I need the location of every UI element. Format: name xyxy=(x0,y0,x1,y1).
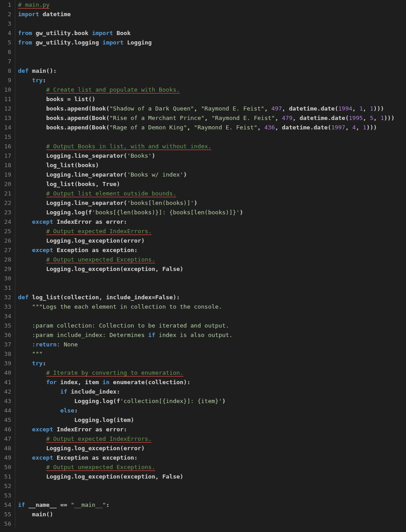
line-number: 48 xyxy=(2,443,11,453)
code-line[interactable]: books.append(Book("Shadow of a Dark Quee… xyxy=(18,104,395,113)
code-line[interactable]: Logging.line_separator('Books') xyxy=(18,151,395,160)
code-line[interactable]: Logging.log(item) xyxy=(18,415,395,425)
code-line[interactable]: except IndexError as error: xyxy=(18,217,395,226)
line-number: 39 xyxy=(2,359,11,368)
code-line[interactable]: Logging.log_exception(error) xyxy=(18,236,395,245)
code-line[interactable]: try: xyxy=(18,75,395,85)
code-line[interactable]: try: xyxy=(18,359,395,368)
code-line[interactable]: main() xyxy=(18,510,395,519)
line-number: 55 xyxy=(2,510,11,519)
code-line[interactable]: books.append(Book("Rise of a Merchant Pr… xyxy=(18,113,395,123)
line-number: 35 xyxy=(2,321,11,330)
code-line[interactable] xyxy=(18,57,395,66)
code-line[interactable]: # Output unexpected Exceptions. xyxy=(18,255,395,264)
line-number: 20 xyxy=(2,179,11,189)
line-number: 10 xyxy=(2,85,11,94)
code-line[interactable] xyxy=(18,283,395,293)
code-line[interactable]: :param include_index: Determines if inde… xyxy=(18,330,395,340)
code-line[interactable] xyxy=(18,481,395,491)
code-line[interactable]: # Output expected IndexErrors. xyxy=(18,226,395,236)
line-number: 43 xyxy=(2,396,11,406)
line-number: 37 xyxy=(2,340,11,349)
code-line[interactable]: log_list(books, True) xyxy=(18,179,395,189)
code-line[interactable]: # Output unexpected Exceptions. xyxy=(18,462,395,472)
code-line[interactable] xyxy=(18,132,395,142)
line-number: 49 xyxy=(2,453,11,462)
code-line[interactable]: else: xyxy=(18,406,395,415)
line-number: 52 xyxy=(2,481,11,491)
code-line[interactable]: if include_index: xyxy=(18,387,395,396)
code-line[interactable]: Logging.line_separator('Books w/ index') xyxy=(18,170,395,179)
code-line[interactable]: # Output Books in list, with and without… xyxy=(18,142,395,151)
code-line[interactable]: from gw_utility.book import Book xyxy=(18,28,395,38)
code-area[interactable]: # main.pyimport datetime from gw_utility… xyxy=(15,0,395,528)
code-editor[interactable]: 1234567891011121314151617181920212223242… xyxy=(0,0,406,528)
line-number: 28 xyxy=(2,255,11,264)
code-line[interactable] xyxy=(18,311,395,321)
line-number: 27 xyxy=(2,245,11,255)
code-line[interactable] xyxy=(18,519,395,528)
code-line[interactable]: for index, item in enumerate(collection)… xyxy=(18,377,395,387)
code-line[interactable]: books = list() xyxy=(18,94,395,104)
line-number: 50 xyxy=(2,462,11,472)
code-line[interactable] xyxy=(18,47,395,57)
code-line[interactable]: """Logs the each element in collection t… xyxy=(18,302,395,311)
line-number: 9 xyxy=(2,75,11,85)
line-number: 12 xyxy=(2,104,11,113)
line-number: 29 xyxy=(2,264,11,274)
line-number: 16 xyxy=(2,142,11,151)
line-number: 31 xyxy=(2,283,11,293)
code-line[interactable]: def main(): xyxy=(18,66,395,75)
line-number: 4 xyxy=(2,28,11,38)
line-number: 32 xyxy=(2,293,11,302)
line-number: 56 xyxy=(2,519,11,528)
line-number: 15 xyxy=(2,132,11,142)
code-line[interactable]: :return: None xyxy=(18,340,395,349)
line-number: 3 xyxy=(2,19,11,28)
line-number: 53 xyxy=(2,491,11,500)
line-number: 46 xyxy=(2,425,11,434)
line-number: 42 xyxy=(2,387,11,396)
code-line[interactable]: # Iterate by converting to enumeration. xyxy=(18,368,395,377)
code-line[interactable]: import datetime xyxy=(18,9,395,19)
code-line[interactable]: Logging.log(f'books[{len(books)}]: {book… xyxy=(18,208,395,217)
line-number: 7 xyxy=(2,57,11,66)
code-line[interactable]: :param collection: Collection to be iter… xyxy=(18,321,395,330)
line-number: 41 xyxy=(2,377,11,387)
code-line[interactable]: books.append(Book("Rage of a Demon King"… xyxy=(18,123,395,132)
line-number: 24 xyxy=(2,217,11,226)
line-number: 6 xyxy=(2,47,11,57)
code-line[interactable]: # Output list element outside bounds. xyxy=(18,189,395,198)
line-number: 30 xyxy=(2,274,11,283)
code-line[interactable]: Logging.log_exception(error) xyxy=(18,443,395,453)
line-number-gutter: 1234567891011121314151617181920212223242… xyxy=(0,0,15,528)
line-number: 44 xyxy=(2,406,11,415)
line-number: 25 xyxy=(2,226,11,236)
code-line[interactable]: """ xyxy=(18,349,395,359)
code-line[interactable]: def log_list(collection, include_index=F… xyxy=(18,293,395,302)
code-line[interactable] xyxy=(18,19,395,28)
line-number: 11 xyxy=(2,94,11,104)
code-line[interactable]: from gw_utility.logging import Logging xyxy=(18,38,395,47)
code-line[interactable]: # Create list and populate with Books. xyxy=(18,85,395,94)
code-line[interactable] xyxy=(18,274,395,283)
code-line[interactable]: Logging.line_separator('books[len(books)… xyxy=(18,198,395,208)
code-line[interactable]: if __name__ == "__main__": xyxy=(18,500,395,510)
code-line[interactable]: # main.py xyxy=(18,0,395,9)
code-line[interactable]: Logging.log_exception(exception, False) xyxy=(18,472,395,481)
line-number: 18 xyxy=(2,160,11,170)
line-number: 5 xyxy=(2,38,11,47)
line-number: 40 xyxy=(2,368,11,377)
code-line[interactable]: # Output expected IndexErrors. xyxy=(18,434,395,443)
code-line[interactable]: except Exception as exception: xyxy=(18,453,395,462)
code-line[interactable]: except Exception as exception: xyxy=(18,245,395,255)
line-number: 47 xyxy=(2,434,11,443)
line-number: 21 xyxy=(2,189,11,198)
code-line[interactable] xyxy=(18,491,395,500)
code-line[interactable]: Logging.log_exception(exception, False) xyxy=(18,264,395,274)
line-number: 54 xyxy=(2,500,11,510)
code-line[interactable]: Logging.log(f'collection[{index}]: {item… xyxy=(18,396,395,406)
code-line[interactable]: log_list(books) xyxy=(18,160,395,170)
code-line[interactable]: except IndexError as error: xyxy=(18,425,395,434)
line-number: 45 xyxy=(2,415,11,425)
